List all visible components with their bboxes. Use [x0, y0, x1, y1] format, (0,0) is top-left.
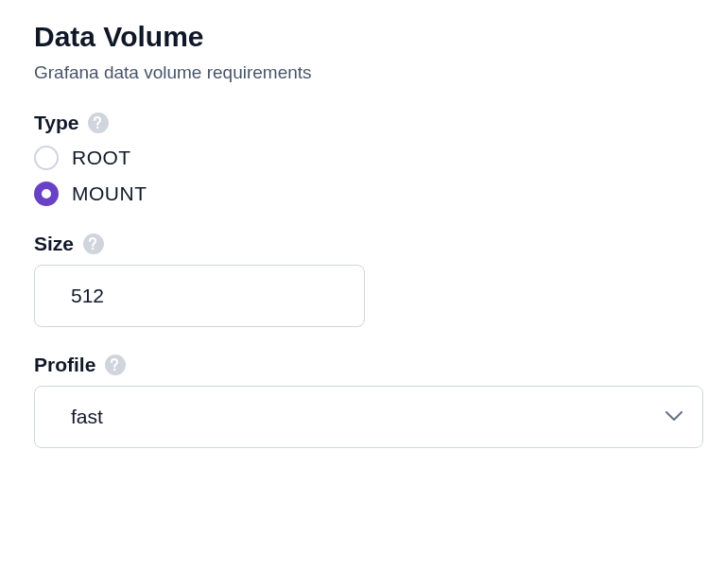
profile-label: Profile	[34, 354, 95, 376]
section-description: Grafana data volume requirements	[34, 62, 692, 83]
field-profile: Profile	[34, 354, 692, 448]
size-input[interactable]	[34, 265, 365, 327]
radio-mount[interactable]: MOUNT	[34, 182, 692, 206]
size-label: Size	[34, 233, 74, 255]
help-icon[interactable]	[88, 112, 109, 133]
svg-point-2	[113, 369, 115, 371]
field-type: Type ROOT MOUNT	[34, 112, 692, 206]
type-label: Type	[34, 112, 78, 134]
radio-indicator	[34, 182, 59, 206]
type-radio-group: ROOT MOUNT	[34, 146, 692, 206]
help-icon[interactable]	[83, 233, 104, 254]
svg-point-1	[92, 248, 94, 250]
radio-indicator	[34, 146, 59, 170]
radio-root-label: ROOT	[72, 147, 131, 169]
svg-point-0	[96, 127, 98, 129]
section-title: Data Volume	[34, 21, 692, 53]
field-size: Size	[34, 233, 692, 327]
radio-mount-label: MOUNT	[72, 182, 147, 205]
profile-select[interactable]	[34, 386, 703, 448]
radio-root[interactable]: ROOT	[34, 146, 692, 170]
help-icon[interactable]	[105, 355, 126, 375]
